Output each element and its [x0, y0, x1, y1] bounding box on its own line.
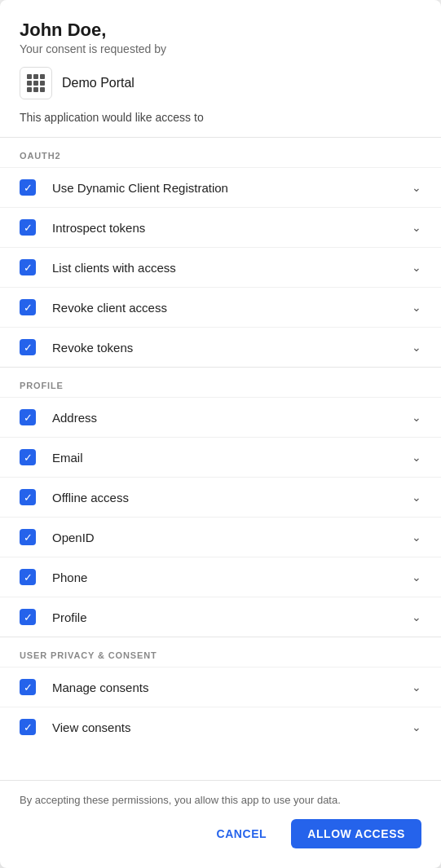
checkmark-view-consents: ✓	[24, 722, 33, 733]
checkmark-revoke-tokens: ✓	[24, 342, 33, 353]
checkbox-offline-access[interactable]: ✓	[20, 489, 36, 505]
consent-card: John Doe, Your consent is requested by D…	[0, 0, 441, 868]
permission-label-view-consents: View consents	[52, 720, 412, 734]
permission-item-introspect-tokens[interactable]: ✓Introspect tokens⌄	[0, 207, 441, 247]
permission-item-phone[interactable]: ✓Phone⌄	[0, 557, 441, 597]
user-name: John Doe,	[20, 20, 421, 41]
checkmark-introspect-tokens: ✓	[24, 223, 33, 233]
chevron-down-icon-view-consents[interactable]: ⌄	[412, 720, 421, 734]
checkbox-profile[interactable]: ✓	[20, 609, 36, 625]
permission-item-manage-consents[interactable]: ✓Manage consents⌄	[0, 667, 441, 707]
grid-icon	[27, 74, 45, 92]
permission-item-offline-access[interactable]: ✓Offline access⌄	[0, 477, 441, 517]
checkbox-address[interactable]: ✓	[20, 409, 36, 425]
checkmark-email: ✓	[24, 452, 33, 463]
footer-note: By accepting these permissions, you allo…	[20, 794, 421, 806]
permission-label-dynamic-client: Use Dynamic Client Registration	[52, 181, 412, 195]
checkbox-view-consents[interactable]: ✓	[20, 719, 36, 735]
permission-label-introspect-tokens: Introspect tokens	[52, 221, 412, 235]
chevron-down-icon-email[interactable]: ⌄	[412, 451, 421, 464]
header: John Doe, Your consent is requested by D…	[0, 0, 441, 137]
chevron-down-icon-list-clients[interactable]: ⌄	[412, 261, 421, 274]
permission-label-offline-access: Offline access	[52, 491, 412, 504]
checkmark-manage-consents: ✓	[24, 682, 33, 693]
checkbox-list-clients[interactable]: ✓	[20, 259, 36, 275]
checkbox-phone[interactable]: ✓	[20, 569, 36, 585]
section-user-privacy: USER PRIVACY & CONSENT✓Manage consents⌄✓…	[0, 637, 441, 747]
checkmark-revoke-access: ✓	[24, 302, 33, 313]
chevron-down-icon-profile[interactable]: ⌄	[412, 610, 421, 623]
chevron-down-icon-introspect-tokens[interactable]: ⌄	[412, 221, 421, 234]
chevron-down-icon-phone[interactable]: ⌄	[412, 571, 421, 584]
chevron-down-icon-revoke-access[interactable]: ⌄	[412, 301, 421, 314]
permission-item-dynamic-client[interactable]: ✓Use Dynamic Client Registration⌄	[0, 167, 441, 207]
section-oauth2: OAUTH2✓Use Dynamic Client Registration⌄✓…	[0, 138, 441, 367]
chevron-down-icon-revoke-tokens[interactable]: ⌄	[412, 341, 421, 354]
consent-subtitle: Your consent is requested by	[20, 42, 421, 55]
chevron-down-icon-offline-access[interactable]: ⌄	[412, 491, 421, 504]
button-row: CANCEL ALLOW ACCESS	[20, 819, 421, 848]
permission-label-revoke-access: Revoke client access	[52, 301, 412, 315]
permission-item-revoke-tokens[interactable]: ✓Revoke tokens⌄	[0, 327, 441, 367]
permission-item-revoke-access[interactable]: ✓Revoke client access⌄	[0, 287, 441, 327]
permission-label-list-clients: List clients with access	[52, 261, 412, 275]
app-icon	[20, 67, 52, 99]
permission-label-manage-consents: Manage consents	[52, 681, 412, 694]
permission-item-view-consents[interactable]: ✓View consents⌄	[0, 707, 441, 747]
permission-item-openid[interactable]: ✓OpenID⌄	[0, 517, 441, 557]
permission-label-openid: OpenID	[52, 531, 412, 544]
permission-item-email[interactable]: ✓Email⌄	[0, 437, 441, 477]
checkmark-openid: ✓	[24, 532, 33, 543]
permission-label-address: Address	[52, 411, 412, 425]
checkbox-dynamic-client[interactable]: ✓	[20, 179, 36, 196]
chevron-down-icon-manage-consents[interactable]: ⌄	[412, 681, 421, 694]
checkbox-revoke-tokens[interactable]: ✓	[20, 339, 36, 355]
permission-label-profile: Profile	[52, 610, 412, 624]
permission-label-revoke-tokens: Revoke tokens	[52, 341, 412, 355]
permission-label-phone: Phone	[52, 571, 412, 584]
section-title-profile: PROFILE	[0, 368, 441, 397]
checkbox-introspect-tokens[interactable]: ✓	[20, 219, 36, 236]
section-title-oauth2: OAUTH2	[0, 138, 441, 167]
checkbox-manage-consents[interactable]: ✓	[20, 679, 36, 695]
permission-item-list-clients[interactable]: ✓List clients with access⌄	[0, 247, 441, 287]
checkmark-profile: ✓	[24, 612, 33, 623]
permission-item-address[interactable]: ✓Address⌄	[0, 397, 441, 437]
cancel-button[interactable]: CANCEL	[202, 819, 282, 848]
chevron-down-icon-address[interactable]: ⌄	[412, 411, 421, 424]
app-row: Demo Portal	[20, 67, 421, 99]
checkmark-address: ✓	[24, 412, 33, 423]
app-name: Demo Portal	[62, 76, 135, 90]
chevron-down-icon-openid[interactable]: ⌄	[412, 531, 421, 544]
checkmark-dynamic-client: ✓	[24, 183, 33, 193]
checkmark-offline-access: ✓	[24, 492, 33, 503]
allow-access-button[interactable]: ALLOW ACCESS	[291, 819, 421, 848]
access-label: This application would like access to	[20, 111, 421, 124]
permission-item-profile[interactable]: ✓Profile⌄	[0, 597, 441, 637]
checkbox-revoke-access[interactable]: ✓	[20, 299, 36, 315]
section-title-user-privacy: USER PRIVACY & CONSENT	[0, 637, 441, 667]
section-profile: PROFILE✓Address⌄✓Email⌄✓Offline access⌄✓…	[0, 368, 441, 637]
checkmark-list-clients: ✓	[24, 262, 33, 273]
footer: By accepting these permissions, you allo…	[0, 780, 441, 868]
checkmark-phone: ✓	[24, 572, 33, 583]
permission-label-email: Email	[52, 451, 412, 465]
checkbox-openid[interactable]: ✓	[20, 529, 36, 545]
chevron-down-icon-dynamic-client[interactable]: ⌄	[412, 181, 421, 194]
checkbox-email[interactable]: ✓	[20, 449, 36, 465]
permissions-scroll[interactable]: OAUTH2✓Use Dynamic Client Registration⌄✓…	[0, 138, 441, 780]
